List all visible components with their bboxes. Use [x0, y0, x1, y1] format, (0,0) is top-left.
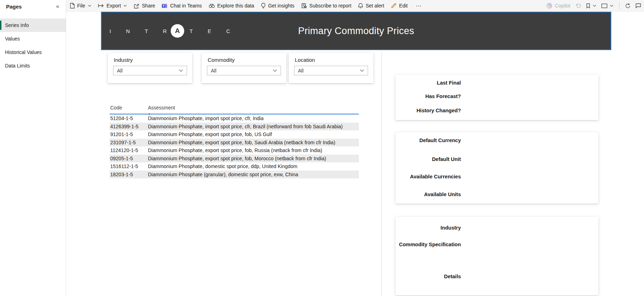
- cell-code: 231097-1-5: [110, 140, 148, 145]
- industry-dropdown[interactable]: All: [113, 66, 187, 75]
- page-item-label: Values: [5, 36, 20, 42]
- cell-code: 09205-1-5: [110, 156, 148, 161]
- subscribe-to-report-button[interactable]: Subscribe to report: [301, 3, 351, 9]
- table-row[interactable]: 1124120-1-5 Diammonium Phosphate, export…: [110, 146, 359, 155]
- field-label-last-final: Last Final: [395, 80, 461, 86]
- get-insights-button[interactable]: Get insights: [261, 3, 294, 9]
- field-label-industry: Industry: [395, 225, 461, 231]
- cell-code: 1124120-1-5: [110, 147, 148, 153]
- edit-button[interactable]: Edit: [391, 3, 408, 9]
- location-dropdown[interactable]: All: [294, 66, 368, 75]
- share-button[interactable]: Share: [134, 3, 155, 9]
- sidebar-item-data-limits[interactable]: Data Limits: [0, 59, 66, 72]
- explore-this-data-button[interactable]: Explore this data: [209, 3, 254, 9]
- field-label-available-currencies: Available Currencies: [395, 173, 461, 180]
- table-row[interactable]: 1516112-1-5 Diammonium Phosphate, domest…: [110, 162, 359, 171]
- export-menu-button[interactable]: Export: [98, 3, 127, 9]
- cell-assessment: Diammonium Phosphate, import spot price,…: [148, 124, 359, 129]
- report-header-banner[interactable]: I N T R A T E C Primary Commodity Prices: [101, 12, 611, 50]
- page-item-label: Historical Values: [5, 49, 42, 55]
- file-icon: [70, 3, 75, 9]
- cell-assessment: Diammonium Phosphate, export spot price,…: [148, 147, 359, 153]
- section-divider: [382, 52, 382, 296]
- slicer-label: Industry: [114, 57, 192, 63]
- cell-assessment: Diammonium Phosphate, domestic spot pric…: [148, 163, 359, 169]
- subscribe-icon: [301, 3, 307, 9]
- cell-code: 4126399-1-5: [110, 124, 148, 129]
- view-mode-button[interactable]: [601, 4, 613, 8]
- slicer-label: Location: [295, 57, 373, 63]
- column-header-assessment[interactable]: Assessment: [148, 105, 359, 111]
- toolbar-divider: [619, 2, 619, 9]
- commodity-dropdown[interactable]: All: [207, 66, 281, 75]
- chevron-down-icon: [360, 69, 364, 72]
- view-rectangle-icon: [601, 4, 607, 8]
- bookmark-icon: [586, 3, 590, 9]
- powerbi-report-viewer: Pages « Series Info Values Historical Va…: [0, 0, 644, 296]
- comments-icon[interactable]: [635, 3, 641, 8]
- dropdown-value: All: [298, 68, 304, 74]
- field-label-history-changed: History Changed?: [395, 107, 461, 114]
- file-menu-button[interactable]: File: [70, 3, 91, 9]
- detail-card-specification: Industry Commodity Specification Details: [395, 217, 598, 295]
- chevron-down-icon: [610, 5, 613, 7]
- copilot-button[interactable]: Copilot: [546, 3, 570, 9]
- cell-code: 51204-1-5: [110, 115, 148, 121]
- logo-circle-a: A: [171, 24, 184, 38]
- dropdown-value: All: [117, 68, 123, 74]
- action-bar-left: File Export Share: [70, 2, 424, 9]
- main-area: File Export Share: [66, 0, 644, 296]
- cell-assessment: Diammonium Phosphate, export spot price,…: [148, 156, 359, 161]
- page-list: Series Info Values Historical Values Dat…: [0, 18, 66, 72]
- sidebar-item-historical-values[interactable]: Historical Values: [0, 45, 66, 59]
- sidebar-item-values[interactable]: Values: [0, 32, 66, 45]
- copilot-icon: [546, 3, 552, 9]
- cell-code: 18203-1-5: [110, 172, 148, 177]
- column-header-code[interactable]: Code: [110, 105, 148, 111]
- pages-sidebar: Pages « Series Info Values Historical Va…: [0, 0, 66, 296]
- more-options-button[interactable]: ⋯: [414, 2, 424, 9]
- industry-slicer: Industry All: [108, 53, 192, 83]
- chevron-down-icon: [123, 5, 127, 7]
- sidebar-item-series-info[interactable]: Series Info: [0, 18, 66, 32]
- series-table: Code Assessment ▼ 51204-1-5 Diammonium P…: [110, 103, 359, 178]
- commodity-slicer: Commodity All: [202, 53, 286, 83]
- binoculars-icon: [209, 4, 215, 8]
- cell-code: 1516112-1-5: [110, 163, 148, 169]
- detail-card-units: Default Currency Default Unit Available …: [395, 132, 598, 204]
- field-label-default-unit: Default Unit: [395, 156, 461, 162]
- share-icon: [134, 3, 139, 9]
- detail-card-status: Last Final Has Forecast? History Changed…: [395, 75, 598, 120]
- reset-icon: [575, 3, 581, 8]
- pages-sidebar-header: Pages «: [0, 0, 66, 13]
- chevron-down-icon: [273, 69, 277, 72]
- report-canvas: I N T R A T E C Primary Commodity Prices…: [66, 12, 644, 296]
- table-row[interactable]: 09205-1-5 Diammonium Phosphate, export s…: [110, 155, 359, 163]
- intratec-logo: I N T R A T E C: [107, 12, 237, 49]
- table-row[interactable]: 231097-1-5 Diammonium Phosphate, export …: [110, 139, 359, 147]
- cell-assessment: Diammonium Phosphate, export spot price,…: [148, 140, 359, 145]
- logo-letters: T E C: [187, 28, 237, 34]
- table-row[interactable]: 51204-1-5 Diammonium Phosphate, import s…: [110, 114, 359, 123]
- lightbulb-icon: [261, 3, 266, 9]
- field-label-default-currency: Default Currency: [395, 137, 461, 144]
- bell-icon: [358, 3, 363, 9]
- collapse-pane-icon[interactable]: «: [56, 3, 59, 10]
- table-row[interactable]: 91201-1-5 Diammonium Phosphate, export s…: [110, 130, 359, 139]
- set-alert-button[interactable]: Set alert: [358, 3, 384, 9]
- page-item-label: Data Limits: [5, 63, 30, 69]
- refresh-icon[interactable]: [625, 3, 630, 9]
- logo-letters: I N T R: [107, 28, 174, 34]
- page-item-label: Series Info: [5, 22, 29, 28]
- chevron-down-icon: [593, 5, 596, 7]
- cell-code: 91201-1-5: [110, 131, 148, 137]
- pencil-icon: [391, 3, 396, 9]
- location-slicer: Location All: [289, 53, 373, 83]
- bookmarks-button[interactable]: [586, 3, 596, 9]
- dropdown-value: All: [211, 68, 217, 74]
- table-row[interactable]: 4126399-1-5 Diammonium Phosphate, import…: [110, 123, 359, 131]
- field-label-available-units: Available Units: [395, 191, 461, 198]
- export-arrow-icon: [98, 4, 104, 8]
- table-row[interactable]: 18203-1-5 Diammonium Phosphate (granular…: [110, 171, 359, 179]
- chat-in-teams-button[interactable]: Chat in Teams: [162, 3, 202, 9]
